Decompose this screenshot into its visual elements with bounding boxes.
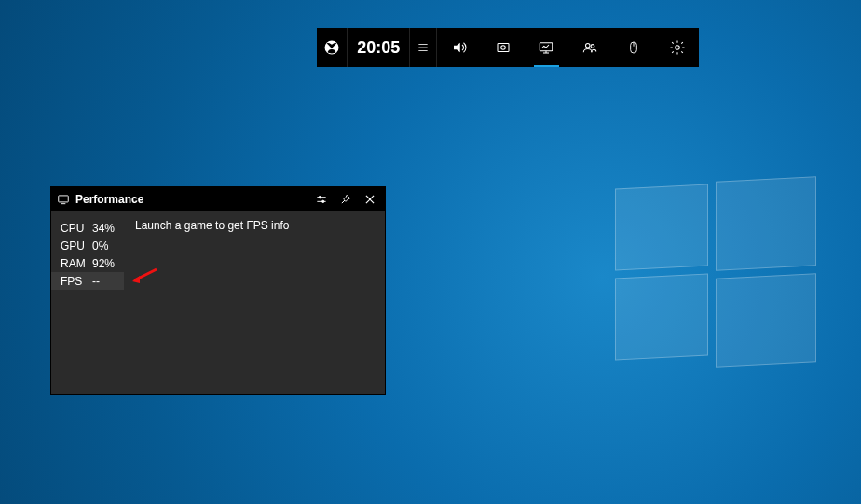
performance-message: Launch a game to get FPS info [135,219,289,290]
windows-logo-pane [716,273,816,368]
windows-logo-pane [615,184,708,270]
svg-marker-4 [454,43,460,53]
svg-point-18 [319,197,321,198]
windows-logo-pane [716,176,816,271]
monitor-icon [57,193,70,206]
settings-button[interactable] [655,28,699,67]
windows-logo-pane [615,273,708,360]
stat-label: CPU [61,222,87,235]
stat-row-ram[interactable]: RAM 92% [61,254,124,272]
people-icon [581,39,598,56]
stat-row-cpu[interactable]: CPU 34% [61,219,124,237]
mouse-button[interactable] [612,28,656,67]
audio-button[interactable] [437,28,481,67]
performance-stats: CPU 34% GPU 0% RAM 92% FPS -- [61,219,124,290]
stat-value: 34% [92,222,115,235]
stat-label: GPU [61,239,87,252]
svg-point-14 [675,46,679,50]
svg-rect-5 [498,44,509,52]
stat-row-fps[interactable]: FPS -- [51,272,124,290]
pin-icon [339,193,352,206]
gamebar-clock: 20:05 [348,28,410,67]
monitor-icon [538,39,554,56]
performance-body: CPU 34% GPU 0% RAM 92% FPS -- Launch a g… [51,211,385,297]
speaker-icon [451,39,468,56]
stat-value: 0% [92,239,108,252]
svg-point-10 [586,44,591,48]
svg-point-11 [591,45,594,48]
pin-button[interactable] [336,190,355,209]
performance-widget: Performance CPU 34% GPU 0% [50,186,386,395]
windows-logo [615,168,816,354]
mouse-icon [626,39,641,56]
close-button[interactable] [361,190,379,209]
xbox-game-bar: 20:05 [317,28,699,67]
xbox-icon [323,39,340,56]
svg-rect-7 [540,43,554,51]
widget-options-button[interactable] [312,190,331,209]
stat-row-gpu[interactable]: GPU 0% [61,237,124,254]
gear-icon [669,39,686,56]
list-icon [417,41,430,54]
xbox-button[interactable] [317,28,348,67]
performance-titlebar[interactable]: Performance [51,187,385,211]
capture-icon [495,39,512,56]
performance-title: Performance [75,193,307,206]
sliders-icon [315,193,328,206]
close-icon [363,193,376,206]
stat-value: 92% [92,257,115,270]
svg-rect-15 [59,196,69,202]
capture-button[interactable] [481,28,525,67]
stat-label: RAM [61,257,87,270]
svg-point-6 [500,46,505,50]
stat-label: FPS [61,275,87,288]
svg-point-20 [322,200,324,202]
performance-button[interactable] [525,28,568,67]
widget-menu-button[interactable] [410,28,437,67]
xbox-social-button[interactable] [568,28,612,67]
stat-value: -- [92,275,100,288]
